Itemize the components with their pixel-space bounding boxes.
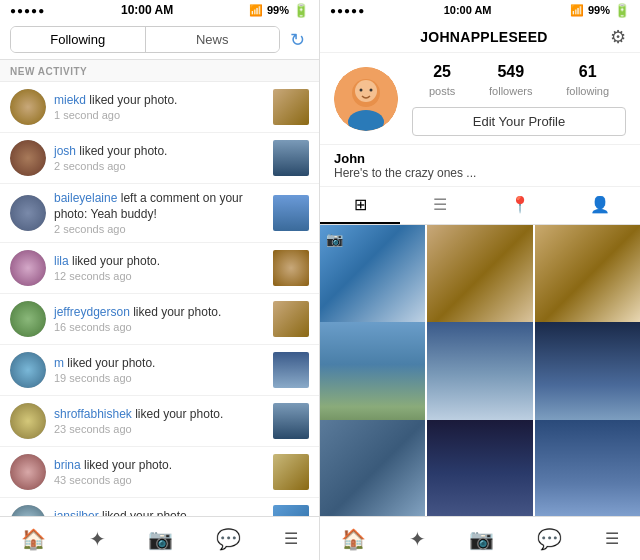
activity-content: miekd liked your photo.1 second ago — [54, 93, 265, 122]
view-tab-people[interactable]: 👤 — [560, 187, 640, 224]
activity-avatar — [10, 454, 46, 490]
right-time: 10:00 AM — [444, 4, 492, 16]
activity-username[interactable]: lila — [54, 254, 69, 268]
photo-cell[interactable] — [320, 420, 425, 516]
profile-avatar — [334, 67, 398, 131]
photo-cell[interactable] — [320, 322, 425, 427]
profile-bio: John Here's to the crazy ones ... — [320, 145, 640, 187]
photo-grid: 📷 — [320, 225, 640, 516]
activity-text: miekd liked your photo. — [54, 93, 265, 109]
right-nav-star-button[interactable]: ✦ — [401, 523, 434, 555]
posts-label: posts — [429, 85, 455, 97]
view-tab-location[interactable]: 📍 — [480, 187, 560, 224]
activity-username[interactable]: m — [54, 356, 64, 370]
activity-item: m liked your photo.19 seconds ago — [0, 345, 319, 396]
activity-content: lila liked your photo.12 seconds ago — [54, 254, 265, 283]
left-signal: ●●●●● — [10, 5, 45, 16]
photo-cell[interactable]: 📷 — [320, 225, 425, 330]
activity-username[interactable]: iansilber — [54, 509, 99, 516]
photo-cell[interactable] — [427, 420, 532, 516]
right-wifi-icon: 📶 — [570, 4, 584, 17]
right-nav-menu-button[interactable]: ☰ — [597, 525, 627, 552]
right-nav-camera-button[interactable]: 📷 — [461, 523, 502, 555]
settings-gear-button[interactable]: ⚙ — [610, 26, 626, 48]
activity-avatar — [10, 352, 46, 388]
photo-cell[interactable] — [427, 322, 532, 427]
edit-profile-button[interactable]: Edit Your Profile — [412, 107, 626, 136]
activity-username[interactable]: baileyelaine — [54, 191, 117, 205]
right-nav-home-button[interactable]: 🏠 — [333, 523, 374, 555]
stat-followers: 549 followers — [489, 63, 532, 99]
tab-news[interactable]: News — [146, 27, 280, 52]
photo-cell[interactable] — [535, 420, 640, 516]
activity-content: josh liked your photo.2 seconds ago — [54, 144, 265, 173]
avatar-face — [334, 67, 398, 131]
view-tabs: ⊞ ☰ 📍 👤 — [320, 187, 640, 225]
section-label: NEW ACTIVITY — [0, 60, 319, 82]
nav-menu-button[interactable]: ☰ — [276, 525, 306, 552]
svg-point-4 — [360, 89, 363, 92]
left-status-bar: ●●●●● 10:00 AM 📶 99% 🔋 — [0, 0, 319, 20]
activity-time: 16 seconds ago — [54, 321, 265, 333]
tab-following[interactable]: Following — [11, 27, 146, 52]
nav-message-button[interactable]: 💬 — [208, 523, 249, 555]
activity-avatar — [10, 301, 46, 337]
activity-avatar — [10, 250, 46, 286]
activity-item: lila liked your photo.12 seconds ago — [0, 243, 319, 294]
profile-header: JOHNAPPLESEED ⚙ — [320, 20, 640, 53]
activity-thumbnail — [273, 250, 309, 286]
activity-avatar — [10, 89, 46, 125]
activity-item: josh liked your photo.2 seconds ago — [0, 133, 319, 184]
activity-item: jeffreydgerson liked your photo.16 secon… — [0, 294, 319, 345]
activity-text: baileyelaine left a comment on your phot… — [54, 191, 265, 222]
activity-thumbnail — [273, 403, 309, 439]
activity-username[interactable]: jeffreydgerson — [54, 305, 130, 319]
right-battery-icon: 🔋 — [614, 3, 630, 18]
activity-text: m liked your photo. — [54, 356, 265, 372]
following-count: 61 — [566, 63, 609, 81]
activity-content: m liked your photo.19 seconds ago — [54, 356, 265, 385]
activity-time: 2 seconds ago — [54, 223, 265, 235]
activity-thumbnail — [273, 140, 309, 176]
activity-text: lila liked your photo. — [54, 254, 265, 270]
right-panel: ●●●●● 10:00 AM 📶 99% 🔋 JOHNAPPLESEED ⚙ — [320, 0, 640, 560]
activity-text: jeffreydgerson liked your photo. — [54, 305, 265, 321]
activity-thumbnail — [273, 301, 309, 337]
followers-label: followers — [489, 85, 532, 97]
nav-camera-button[interactable]: 📷 — [140, 523, 181, 555]
activity-username[interactable]: josh — [54, 144, 76, 158]
profile-username: JOHNAPPLESEED — [420, 29, 548, 45]
activity-content: shroffabhishek liked your photo.23 secon… — [54, 407, 265, 436]
view-tab-grid[interactable]: ⊞ — [320, 187, 400, 224]
activity-item: brina liked your photo.43 seconds ago — [0, 447, 319, 498]
activity-avatar — [10, 505, 46, 516]
activity-username[interactable]: miekd — [54, 93, 86, 107]
bio-name: John — [334, 151, 626, 166]
activity-item: baileyelaine left a comment on your phot… — [0, 184, 319, 243]
bio-text: Here's to the crazy ones ... — [334, 166, 626, 180]
left-battery: 99% — [267, 4, 289, 16]
refresh-button[interactable]: ↻ — [286, 27, 309, 53]
photo-cell[interactable] — [535, 322, 640, 427]
nav-star-button[interactable]: ✦ — [81, 523, 114, 555]
activity-text: iansilber liked your photo. — [54, 509, 265, 516]
activity-username[interactable]: shroffabhishek — [54, 407, 132, 421]
photo-cell[interactable] — [427, 225, 532, 330]
left-wifi-icon: 📶 — [249, 4, 263, 17]
activity-thumbnail — [273, 454, 309, 490]
activity-text: shroffabhishek liked your photo. — [54, 407, 265, 423]
activity-list: miekd liked your photo.1 second agojosh … — [0, 82, 319, 516]
photo-cell[interactable] — [535, 225, 640, 330]
right-nav-message-button[interactable]: 💬 — [529, 523, 570, 555]
view-tab-list[interactable]: ☰ — [400, 187, 480, 224]
activity-time: 12 seconds ago — [54, 270, 265, 282]
tabs-bar: Following News ↻ — [0, 20, 319, 60]
stats-row: 25 posts 549 followers 61 following — [412, 63, 626, 99]
activity-avatar — [10, 403, 46, 439]
following-label: following — [566, 85, 609, 97]
right-status-bar: ●●●●● 10:00 AM 📶 99% 🔋 — [320, 0, 640, 20]
profile-stats: 25 posts 549 followers 61 following Edit… — [412, 63, 626, 136]
activity-username[interactable]: brina — [54, 458, 81, 472]
right-bottom-nav: 🏠 ✦ 📷 💬 ☰ — [320, 516, 640, 560]
nav-home-button[interactable]: 🏠 — [13, 523, 54, 555]
